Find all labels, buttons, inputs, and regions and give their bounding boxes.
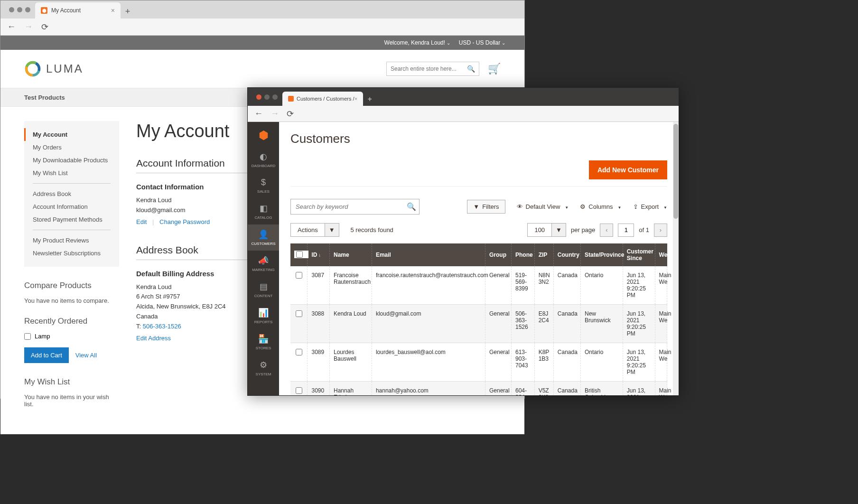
menu-account-info[interactable]: Account Information xyxy=(24,200,119,213)
nav-content[interactable]: ▤CONTENT xyxy=(248,277,279,303)
luma-logo[interactable]: LUMA xyxy=(24,60,84,77)
nav-reports[interactable]: 📊REPORTS xyxy=(248,303,279,329)
back-icon[interactable]: ← xyxy=(7,22,16,32)
col-state[interactable]: State/Province xyxy=(580,243,623,266)
addr-phone-label: T: xyxy=(136,323,141,330)
columns-dropdown[interactable]: ⚙ Columns xyxy=(580,203,621,210)
forward-icon[interactable]: → xyxy=(270,109,279,119)
row-checkbox[interactable] xyxy=(296,387,302,394)
menu-payment-methods[interactable]: Stored Payment Methods xyxy=(24,213,119,226)
cell-website: Main We xyxy=(655,266,667,305)
menu-address-book[interactable]: Address Book xyxy=(24,187,119,200)
nav-catalog[interactable]: ◧CATALOG xyxy=(248,198,279,224)
menu-item-test-products[interactable]: Test Products xyxy=(24,94,65,101)
window-controls[interactable] xyxy=(256,94,278,100)
cell-since: Jun 13, 2021 9:20:25 PM xyxy=(623,382,655,396)
recent-checkbox[interactable] xyxy=(24,333,31,340)
col-group[interactable]: Group xyxy=(485,243,511,266)
back-icon[interactable]: ← xyxy=(254,109,263,119)
actions-dropdown[interactable]: Actions ▼ xyxy=(290,223,339,237)
nav-customers[interactable]: 👤CUSTOMERS xyxy=(248,224,279,251)
marketing-icon: 📣 xyxy=(258,255,269,266)
reload-icon[interactable]: ⟳ xyxy=(41,22,48,32)
col-since[interactable]: Customer Since xyxy=(623,243,655,266)
addr-phone-link[interactable]: 506-363-1526 xyxy=(143,323,181,330)
menu-newsletter[interactable]: Newsletter Subscriptions xyxy=(24,247,119,260)
nav-sales[interactable]: $SALES xyxy=(248,173,279,198)
add-customer-button[interactable]: Add New Customer xyxy=(589,160,667,179)
col-email[interactable]: Email xyxy=(372,243,485,266)
chevron-down-icon[interactable]: ▼ xyxy=(325,224,339,236)
compare-heading: Compare Products xyxy=(24,281,119,290)
chevron-down-icon[interactable]: ▼ xyxy=(551,224,566,236)
search-input[interactable] xyxy=(391,65,467,72)
page-number-input[interactable] xyxy=(618,224,634,237)
nav-system[interactable]: ⚙SYSTEM xyxy=(248,355,279,381)
table-row[interactable]: 3090Hannah Edmisonhannah@yahoo.comGenera… xyxy=(290,382,667,396)
search-icon[interactable]: 🔍 xyxy=(404,202,419,211)
close-tab-icon[interactable]: × xyxy=(111,7,115,14)
default-view-dropdown[interactable]: 👁 Default View xyxy=(517,203,569,210)
tab-title: Customers / Customers / xyxy=(297,96,354,102)
col-website[interactable]: We xyxy=(655,243,667,266)
cell-website: Main We xyxy=(655,343,667,382)
close-tab-icon[interactable]: × xyxy=(354,96,357,102)
filters-button[interactable]: ▼ Filters xyxy=(467,200,505,214)
nav-dashboard[interactable]: ◐DASHBOARD xyxy=(248,147,279,173)
page-size-select[interactable]: 100 ▼ xyxy=(527,223,566,237)
cell-id: 3087 xyxy=(308,266,330,305)
col-country[interactable]: Country xyxy=(553,243,580,266)
export-dropdown[interactable]: ⇪ Export xyxy=(633,203,668,210)
col-phone[interactable]: Phone xyxy=(511,243,534,266)
scrollbar[interactable] xyxy=(673,122,679,395)
browser-tab[interactable]: ⬢ My Account × xyxy=(35,2,121,19)
add-to-cart-button[interactable]: Add to Cart xyxy=(24,347,69,363)
prev-page-button[interactable]: ‹ xyxy=(600,224,613,237)
next-page-button[interactable]: › xyxy=(654,224,667,237)
menu-my-orders[interactable]: My Orders xyxy=(24,141,119,154)
select-all-checkbox[interactable]: ▾ xyxy=(294,251,308,258)
col-zip[interactable]: ZIP xyxy=(534,243,553,266)
row-checkbox[interactable] xyxy=(296,272,302,279)
cell-name: Hannah Edmison xyxy=(330,382,372,396)
col-id[interactable]: ID xyxy=(311,252,321,258)
search-icon[interactable]: 🔍 xyxy=(467,65,475,73)
view-all-link[interactable]: View All xyxy=(75,352,97,359)
currency-dropdown[interactable]: USD - US Dollar xyxy=(459,39,505,46)
minimize-window-icon[interactable] xyxy=(264,94,270,100)
keyword-search[interactable]: 🔍 xyxy=(290,199,420,215)
search-input[interactable] xyxy=(291,203,404,210)
forward-icon[interactable]: → xyxy=(24,22,33,32)
menu-reviews[interactable]: My Product Reviews xyxy=(24,234,119,247)
menu-wishlist[interactable]: My Wish List xyxy=(24,167,119,179)
scrollbar-thumb[interactable] xyxy=(673,124,678,219)
edit-link[interactable]: Edit xyxy=(136,218,147,225)
cell-group: General xyxy=(485,343,511,382)
edit-address-link[interactable]: Edit Address xyxy=(136,335,171,342)
welcome-dropdown[interactable]: Welcome, Kendra Loud! xyxy=(384,39,450,46)
new-tab-button[interactable]: + xyxy=(121,4,135,19)
browser-tab[interactable]: Customers / Customers / × xyxy=(282,92,363,106)
magento-logo-icon[interactable]: ⬢ xyxy=(259,129,269,142)
customers-table: ▾ ID Name Email Group Phone ZIP Country … xyxy=(290,243,667,395)
col-name[interactable]: Name xyxy=(330,243,372,266)
maximize-window-icon[interactable] xyxy=(272,94,278,100)
cell-zip: E8J 2C4 xyxy=(534,305,553,343)
change-password-link[interactable]: Change Password xyxy=(159,218,210,225)
menu-downloadable[interactable]: My Downloadable Products xyxy=(24,154,119,167)
nav-stores[interactable]: 🏪STORES xyxy=(248,329,279,355)
new-tab-button[interactable]: + xyxy=(363,93,376,106)
storefront-header: LUMA 🔍 🛒 xyxy=(0,50,524,88)
reload-icon[interactable]: ⟳ xyxy=(287,109,294,119)
menu-my-account[interactable]: My Account xyxy=(24,128,119,141)
close-window-icon[interactable] xyxy=(256,94,261,100)
table-row[interactable]: 3089Lourdes Bauswelllourdes_bauswell@aol… xyxy=(290,343,667,382)
row-checkbox[interactable] xyxy=(296,310,302,317)
row-checkbox[interactable] xyxy=(296,349,302,355)
table-row[interactable]: 3087Francoise Rautenstrauchfrancoise.rau… xyxy=(290,266,667,305)
nav-marketing[interactable]: 📣MARKETING xyxy=(248,251,279,277)
table-row[interactable]: 3088Kendra Loudkloud@gmail.comGeneral506… xyxy=(290,305,667,343)
cart-icon[interactable]: 🛒 xyxy=(488,63,501,75)
reports-icon: 📊 xyxy=(258,308,269,318)
store-search[interactable]: 🔍 xyxy=(386,62,479,76)
